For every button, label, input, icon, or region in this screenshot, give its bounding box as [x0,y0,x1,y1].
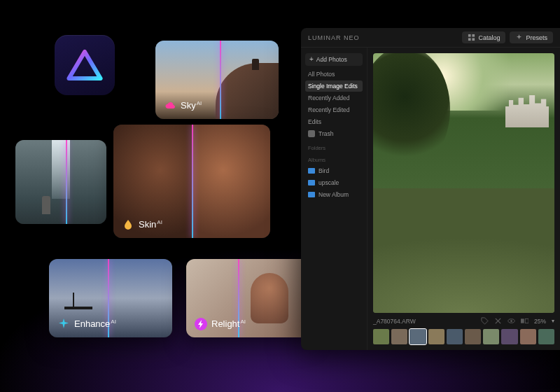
thumbnail[interactable] [373,329,389,344]
catalog-button[interactable]: Catalog [462,31,505,43]
thumbnail[interactable] [391,329,407,344]
sidebar-album-upscale[interactable]: upscale [305,177,363,188]
thumbnail[interactable] [538,329,554,344]
sidebar-item-recently-added[interactable]: Recently Added [305,92,363,104]
thumbnail[interactable] [410,329,426,344]
filmstrip [373,329,554,344]
editor-window: Luminar Neo Catalog Presets + Add Photos… [301,28,560,350]
editor-header: Luminar Neo Catalog Presets [301,28,560,48]
sidebar-item-recently-edited[interactable]: Recently Edited [305,104,363,115]
svg-rect-6 [521,318,524,323]
feature-card-enhance[interactable]: EnhanceAI [49,259,172,337]
compare-slider[interactable] [192,125,193,238]
app-icon [55,35,115,95]
tag-icon[interactable] [481,317,489,325]
feature-label: EnhanceAI [74,318,116,329]
thumbnail[interactable] [501,329,517,344]
svg-rect-7 [525,318,528,323]
main-photo[interactable] [373,53,554,313]
sidebar-item-single-image-edits[interactable]: Single Image Edits [305,80,363,92]
sidebar-album-new-album[interactable]: New Album [305,189,363,200]
folder-icon [308,192,315,197]
filename-label: _A780764.ARW [373,318,416,325]
grid-icon [468,34,475,41]
sparkle-icon [57,318,70,330]
svg-rect-2 [468,38,471,41]
feature-card-sky[interactable]: SkyAI [155,41,279,119]
thumbnail[interactable] [428,329,444,344]
feature-label: SkyAI [181,100,202,111]
eye-icon[interactable] [507,317,515,325]
sparkle-icon [515,34,523,41]
svg-point-5 [510,320,512,322]
sidebar-section-folders: Folders [308,145,363,151]
sidebar-item-edits[interactable]: Edits [305,116,363,127]
compare-slider[interactable] [66,140,67,224]
editor-title: Luminar Neo [308,34,360,41]
folder-icon [308,168,315,174]
feature-card-relight[interactable]: RelightAI [186,259,309,337]
zoom-level[interactable]: 25% [534,318,546,325]
svg-rect-3 [472,38,475,41]
thumbnail[interactable] [520,329,536,344]
sidebar-item-all-photos[interactable]: All Photos [305,69,363,80]
presets-button[interactable]: Presets [510,31,553,43]
editor-sidebar: + Add Photos All Photos Single Image Edi… [301,48,368,350]
feature-card-waterfall[interactable] [15,140,106,224]
thumbnail[interactable] [483,329,499,344]
bolt-icon [195,318,207,330]
thumbnail[interactable] [447,329,463,344]
feature-label: RelightAI [211,318,246,329]
droplet-icon [122,218,134,231]
sidebar-section-albums: Albums [308,157,363,163]
close-icon[interactable] [494,317,502,325]
app-logo-icon [66,49,103,81]
svg-rect-0 [468,34,471,37]
folder-icon [308,180,315,186]
cloud-icon [164,99,176,112]
compare-icon[interactable] [521,317,528,325]
chevron-down-icon[interactable]: ▾ [552,318,554,324]
feature-label: SkinAI [139,219,162,230]
compare-slider[interactable] [220,41,221,119]
trash-icon [308,130,315,137]
editor-viewer: _A780764.ARW 25% ▾ [368,48,560,350]
thumbnail[interactable] [465,329,481,344]
svg-rect-1 [472,34,475,37]
feature-card-skin[interactable]: SkinAI [113,125,270,238]
sidebar-item-trash[interactable]: Trash [305,128,363,139]
add-photos-button[interactable]: + Add Photos [305,53,363,66]
sidebar-album-bird[interactable]: Bird [305,165,363,176]
plus-icon: + [309,56,314,63]
waterfall-preview-image [15,140,106,224]
